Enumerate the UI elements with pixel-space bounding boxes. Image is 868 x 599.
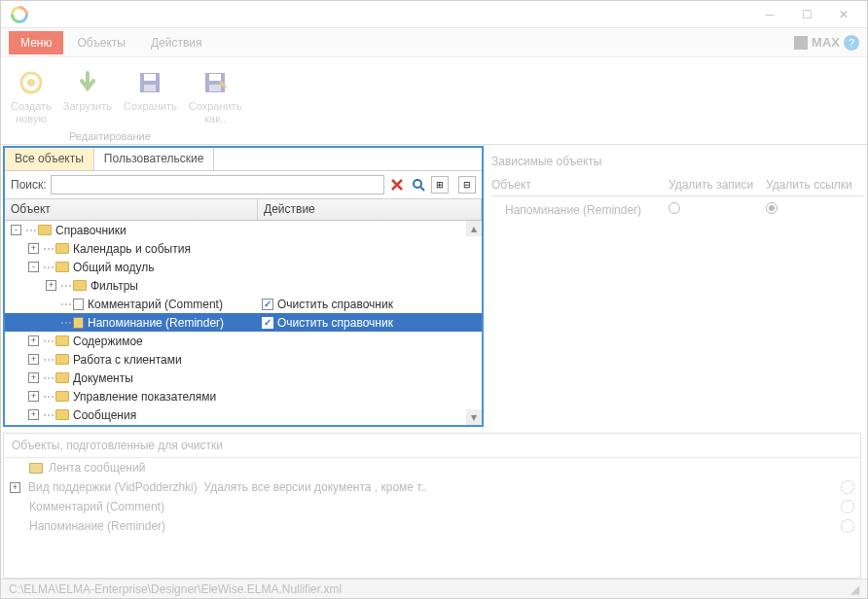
- clear-search-button[interactable]: [388, 176, 406, 194]
- tree-label: Общий модуль: [73, 261, 154, 274]
- panel-tabs: Все объекты Пользовательские: [5, 148, 482, 171]
- tree-row[interactable]: +⋯Фильтры: [5, 276, 482, 295]
- statusbar: C:\ELMA\ELMA-Enterprise\Designer\EleWise…: [1, 579, 867, 598]
- search-input[interactable]: [51, 175, 384, 194]
- expander-icon[interactable]: +: [28, 409, 39, 420]
- del-records-radio[interactable]: [669, 202, 680, 214]
- folder-icon: [55, 335, 69, 346]
- menu-actions[interactable]: Действия: [139, 31, 214, 54]
- new-icon: [16, 67, 47, 98]
- document-icon: [73, 317, 84, 329]
- tree-row[interactable]: +⋯Комментарий (Comment)Очистить справочн…: [5, 295, 482, 313]
- ribbon: Создать новую Загрузить Сохранить Сохран…: [1, 57, 867, 145]
- tree-label: Справочники: [55, 224, 127, 237]
- tree-label: Содержимое: [73, 335, 143, 348]
- search-label: Поиск:: [11, 178, 47, 192]
- main-area: Все объекты Пользовательские Поиск: ⊞ ⊟ …: [1, 145, 867, 579]
- tree-body[interactable]: ▴ ▾ -⋯Справочники+⋯Календарь и события-⋯…: [5, 221, 482, 425]
- gear-icon[interactable]: [841, 480, 854, 494]
- search-button[interactable]: [410, 176, 427, 194]
- dep-row: Напоминание (Reminder): [491, 196, 863, 223]
- expander-icon[interactable]: -: [11, 225, 21, 235]
- expander-icon[interactable]: +: [28, 335, 39, 346]
- document-icon: [73, 299, 84, 310]
- folder-icon: [55, 243, 69, 254]
- action-checkbox[interactable]: [262, 299, 273, 310]
- dependent-title: Зависимые объекты: [491, 149, 863, 174]
- menu-objects[interactable]: Объекты: [65, 31, 137, 54]
- gear-icon[interactable]: [841, 500, 854, 513]
- dep-col-del-records: Удалить записи: [669, 178, 766, 192]
- grid-header: Объект Действие: [5, 199, 482, 221]
- tab-all-objects[interactable]: Все объекты: [5, 148, 94, 170]
- max-badge: MAX ?: [794, 35, 867, 51]
- ribbon-create-new[interactable]: Создать новую: [11, 61, 52, 125]
- tree-label: Сообщения: [73, 408, 136, 422]
- scroll-up[interactable]: ▴: [466, 221, 482, 236]
- tree-row[interactable]: +⋯Календарь и события: [5, 239, 482, 258]
- app-icon: [7, 2, 31, 26]
- expand-all-button[interactable]: ⊞: [431, 176, 449, 194]
- tree-row[interactable]: +⋯Работа с клиентами: [5, 350, 482, 369]
- menubar: Меню Объекты Действия MAX ?: [1, 28, 867, 57]
- prepared-row[interactable]: Комментарий (Comment): [4, 497, 860, 516]
- svg-point-8: [414, 180, 421, 188]
- maximize-button[interactable]: ☐: [797, 5, 816, 24]
- expander-icon[interactable]: +: [46, 280, 56, 291]
- tree-label: Управление показателями: [73, 390, 216, 404]
- folder-icon: [29, 463, 43, 474]
- dep-col-object: Объект: [491, 178, 669, 192]
- expander-icon[interactable]: +: [28, 372, 39, 383]
- action-label: Очистить справочник: [277, 298, 393, 311]
- window-controls: ─ ☐ ✕: [760, 5, 863, 24]
- prepared-row[interactable]: Лента сообщений: [4, 458, 860, 477]
- folder-icon: [55, 262, 69, 272]
- collapse-all-button[interactable]: ⊟: [458, 176, 476, 194]
- gear-icon[interactable]: [841, 519, 854, 533]
- action-label: Очистить справочник: [277, 316, 393, 330]
- tree-row[interactable]: +⋯Документы: [5, 369, 482, 387]
- svg-rect-4: [144, 85, 156, 91]
- expander-icon[interactable]: +: [28, 354, 39, 365]
- prepared-title: Объекты, подготовленные для очистки: [4, 434, 860, 458]
- expander-icon[interactable]: +: [10, 482, 20, 493]
- dependent-header: Объект Удалить записи Удалить ссылки: [491, 174, 863, 196]
- help-icon[interactable]: ?: [844, 35, 859, 51]
- scroll-down[interactable]: ▾: [466, 409, 482, 425]
- save-as-icon: [199, 67, 231, 98]
- col-object[interactable]: Объект: [5, 199, 258, 220]
- save-icon: [134, 67, 165, 98]
- resize-grip[interactable]: ◢: [850, 582, 859, 596]
- prepared-panel: Объекты, подготовленные для очистки Лент…: [3, 433, 861, 579]
- del-links-radio[interactable]: [766, 202, 778, 214]
- ribbon-save[interactable]: Сохранить: [124, 61, 177, 113]
- prepared-row[interactable]: Напоминание (Reminder): [4, 516, 860, 536]
- folder-icon: [55, 354, 69, 365]
- tree-row[interactable]: +⋯Управление показателями: [5, 387, 482, 405]
- titlebar: ─ ☐ ✕: [1, 1, 867, 28]
- menu-main[interactable]: Меню: [9, 31, 63, 54]
- tree-row[interactable]: +⋯Сообщения: [5, 405, 482, 424]
- tab-user-objects[interactable]: Пользовательские: [94, 148, 215, 170]
- expander-icon[interactable]: +: [28, 243, 39, 254]
- tree-row[interactable]: +⋯Содержимое: [5, 332, 482, 350]
- prepared-label: Лента сообщений: [49, 461, 854, 475]
- search-row: Поиск: ⊞ ⊟: [5, 171, 482, 199]
- ribbon-load[interactable]: Загрузить: [63, 61, 112, 113]
- tree-row[interactable]: -⋯Справочники: [5, 221, 482, 239]
- tree-row[interactable]: -⋯Общий модуль: [5, 258, 482, 276]
- action-checkbox[interactable]: [262, 317, 273, 329]
- dependent-panel: Зависимые объекты Объект Удалить записи …: [484, 145, 867, 427]
- prepared-row[interactable]: + Вид поддержки (VidPodderzhki) Удалять …: [4, 477, 860, 497]
- svg-rect-7: [209, 85, 221, 91]
- tree-label: Комментарий (Comment): [88, 298, 223, 311]
- ribbon-save-as[interactable]: Сохранить как..: [189, 61, 242, 125]
- minimize-button[interactable]: ─: [760, 5, 779, 24]
- tree-label: Документы: [73, 371, 133, 385]
- col-action[interactable]: Действие: [258, 199, 482, 220]
- tree-row[interactable]: +⋯Напоминание (Reminder)Очистить справоч…: [5, 313, 482, 332]
- close-button[interactable]: ✕: [834, 5, 853, 24]
- expander-icon[interactable]: -: [28, 262, 39, 272]
- expander-icon[interactable]: +: [28, 391, 39, 402]
- license-icon: [794, 36, 808, 50]
